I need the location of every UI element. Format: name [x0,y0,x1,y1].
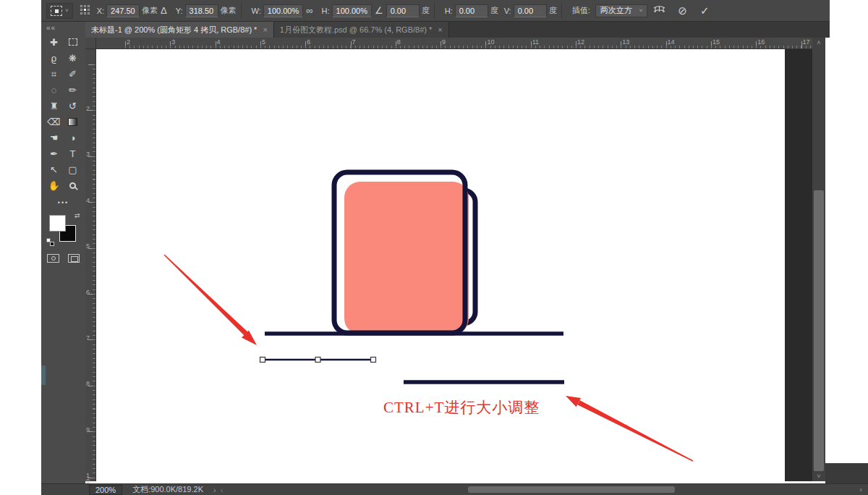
tab-untitled-1[interactable]: 未标题-1 @ 200% (圆角矩形 4 拷贝, RGB/8#) * × [85,22,274,38]
history-brush-tool[interactable]: ↺ [64,98,82,114]
h-skew-unit: 度 [490,5,498,16]
zoom-tool[interactable] [64,177,82,193]
screen-mode-button[interactable] [68,254,80,263]
v-ruler-number: 6 [86,289,93,295]
color-swatches: ⇄ [48,213,80,245]
edit-toolbar-button[interactable]: ••• [41,199,85,206]
quick-selection-tool[interactable]: ❋ [64,50,82,66]
gradient-tool[interactable] [64,114,82,130]
status-collapse-icon[interactable]: ‹ [221,486,224,494]
h-ruler-number: 6 [307,38,310,46]
status-expand-icon[interactable]: › [213,486,216,494]
zoom-tool-icon [69,182,76,189]
angle-icon: ∠ [375,6,383,15]
dodge-tool[interactable]: ◑ [64,130,82,145]
brush-tool[interactable]: ✏ [64,82,82,98]
scroll-right-icon[interactable]: › [859,485,862,494]
healing-brush-tool-icon: ◌ [51,85,57,95]
h-ruler-number: 14 [668,38,675,46]
document-canvas[interactable]: CTRL+T进行大小调整 [96,49,785,481]
transform-handle-center [315,358,320,363]
healing-brush-tool[interactable]: ◌ [45,82,64,98]
link-dimensions-icon[interactable]: ∞ [306,6,312,15]
x-input[interactable]: 247.50 [106,4,140,17]
close-icon[interactable]: × [438,25,442,34]
h-ruler-number: 12 [577,38,584,46]
mini-black-swatch [50,242,54,246]
quick-selection-tool-icon: ❋ [69,54,77,63]
horizontal-scrollbar-thumb[interactable] [468,486,675,493]
height-input[interactable]: 100.00% [332,4,372,17]
crop-tool[interactable]: ⌗ [45,66,64,82]
transform-handle-right [371,358,376,363]
ref-dot [84,5,86,7]
v-skew-input[interactable]: 0.00 [514,4,547,17]
move-tool-icon: ✚ [50,38,58,47]
warp-mode-toggle[interactable] [653,5,665,17]
v-ruler-number: 7 [86,335,93,341]
move-tool[interactable]: ✚ [45,34,64,50]
zoom-level-field[interactable]: 200% [89,485,122,495]
y-label: Y: [176,7,183,15]
collapse-panel-button[interactable]: «« [41,22,85,32]
transform-options-bar: ˅ X: 247.50 像素 Δ Y: 318.50 像素 W: 100.00%… [41,0,830,22]
red-arrow-1-shaft [164,255,248,336]
clone-stamp-tool[interactable]: ♜ [45,98,64,114]
v-ruler-number: 2 [86,106,93,111]
hand-tool[interactable]: ✋ [45,177,64,193]
lasso-tool[interactable]: ϱ [45,50,64,66]
divider [434,3,435,19]
eraser-tool-icon: ⌫ [47,117,60,127]
commit-transform-button[interactable]: ✓ [700,4,710,17]
marquee-tool[interactable] [64,34,82,50]
foreground-color-swatch[interactable] [49,215,66,232]
pen-tool[interactable]: ✒ [45,145,64,161]
eyedropper-tool[interactable]: ✐ [64,66,82,82]
path-selection-tool[interactable]: ↖ [45,161,64,177]
scroll-up-icon[interactable]: ˄ [812,38,825,46]
default-colors-icon[interactable] [46,238,54,246]
width-input[interactable]: 100.00% [263,4,303,17]
shape-tool[interactable]: ▢ [64,161,82,177]
h-ruler-number: 16 [757,38,765,46]
close-icon[interactable]: × [263,25,267,34]
salmon-rounded-rect [344,182,469,334]
h-ruler-number: 4 [217,38,221,46]
tab-title: 未标题-1 @ 200% (圆角矩形 4 拷贝, RGB/8#) * [91,25,257,35]
y-input[interactable]: 318.50 [185,4,218,17]
ref-dot [88,5,90,7]
tab-january-tutorial[interactable]: 1月份图文教程.psd @ 66.7% (4, RGB/8#) * × [274,22,449,38]
smudge-tool[interactable]: ☚ [45,130,64,145]
vertical-scrollbar-thumb[interactable] [814,190,824,471]
collapsed-panel-tab[interactable] [41,365,46,385]
relative-position-toggle[interactable]: Δ [161,6,167,15]
v-ruler-number: 5 [86,243,93,249]
interpolation-select[interactable]: 两次立方 ˅ [595,4,648,17]
angle-input[interactable]: 0.00 [386,4,420,17]
clone-stamp-tool-icon: ♜ [50,101,59,111]
v-skew-label: V: [504,7,511,15]
vertical-scrollbar[interactable]: ˄ ˅ [812,38,825,481]
type-tool[interactable]: T [64,145,82,161]
lasso-tool-icon: ϱ [51,54,56,63]
ref-dot [88,9,90,11]
swap-colors-icon[interactable]: ⇄ [75,212,80,219]
document-size-info: 文档:900.0K/819.2K [132,484,203,495]
h-ruler-number: 11 [532,38,539,46]
height-label: H: [322,7,330,15]
ref-dot [80,9,82,11]
eraser-tool[interactable]: ⌫ [45,114,64,130]
h-ruler-number: 13 [622,38,629,46]
quick-mask-button[interactable] [47,254,59,263]
ref-dot [84,12,86,14]
h-skew-input[interactable]: 0.00 [455,4,488,17]
transform-tool-button[interactable]: ˅ [46,3,73,19]
gradient-tool-icon [68,118,77,126]
scroll-down-icon[interactable]: ˅ [812,473,825,480]
cancel-transform-button[interactable]: ⊘ [678,4,687,17]
tool-grid: ✚ϱ❋⌗✐◌✏♜↺⌫☚◑✒T↖▢✋ [41,34,85,193]
interpolation-label: 插值: [572,5,590,16]
h-ruler-number: 5 [262,38,265,46]
brush-tool-icon: ✏ [69,85,77,95]
reference-point-locator[interactable] [80,5,91,16]
